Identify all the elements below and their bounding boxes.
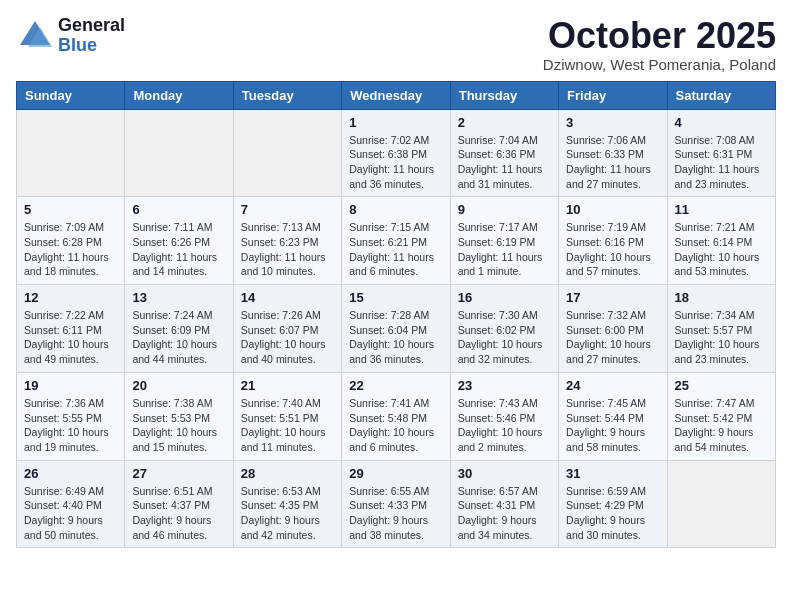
calendar-cell: 13Sunrise: 7:24 AM Sunset: 6:09 PM Dayli… [125, 285, 233, 373]
day-info: Sunrise: 7:22 AM Sunset: 6:11 PM Dayligh… [24, 308, 117, 367]
day-number: 24 [566, 378, 659, 393]
calendar-cell: 7Sunrise: 7:13 AM Sunset: 6:23 PM Daylig… [233, 197, 341, 285]
day-number: 20 [132, 378, 225, 393]
day-number: 14 [241, 290, 334, 305]
calendar-cell: 20Sunrise: 7:38 AM Sunset: 5:53 PM Dayli… [125, 372, 233, 460]
calendar-cell: 30Sunrise: 6:57 AM Sunset: 4:31 PM Dayli… [450, 460, 558, 548]
calendar-cell: 31Sunrise: 6:59 AM Sunset: 4:29 PM Dayli… [559, 460, 667, 548]
calendar-cell: 1Sunrise: 7:02 AM Sunset: 6:38 PM Daylig… [342, 109, 450, 197]
calendar-cell: 9Sunrise: 7:17 AM Sunset: 6:19 PM Daylig… [450, 197, 558, 285]
day-number: 22 [349, 378, 442, 393]
day-info: Sunrise: 7:08 AM Sunset: 6:31 PM Dayligh… [675, 133, 768, 192]
day-number: 12 [24, 290, 117, 305]
calendar-cell: 2Sunrise: 7:04 AM Sunset: 6:36 PM Daylig… [450, 109, 558, 197]
calendar-cell [667, 460, 775, 548]
day-info: Sunrise: 7:21 AM Sunset: 6:14 PM Dayligh… [675, 220, 768, 279]
day-info: Sunrise: 7:45 AM Sunset: 5:44 PM Dayligh… [566, 396, 659, 455]
calendar-cell: 11Sunrise: 7:21 AM Sunset: 6:14 PM Dayli… [667, 197, 775, 285]
calendar-cell: 22Sunrise: 7:41 AM Sunset: 5:48 PM Dayli… [342, 372, 450, 460]
calendar-cell [17, 109, 125, 197]
day-header-friday: Friday [559, 81, 667, 109]
month-title: October 2025 [543, 16, 776, 56]
day-info: Sunrise: 7:04 AM Sunset: 6:36 PM Dayligh… [458, 133, 551, 192]
calendar-cell: 16Sunrise: 7:30 AM Sunset: 6:02 PM Dayli… [450, 285, 558, 373]
calendar-cell: 3Sunrise: 7:06 AM Sunset: 6:33 PM Daylig… [559, 109, 667, 197]
day-info: Sunrise: 7:43 AM Sunset: 5:46 PM Dayligh… [458, 396, 551, 455]
day-info: Sunrise: 7:11 AM Sunset: 6:26 PM Dayligh… [132, 220, 225, 279]
day-info: Sunrise: 7:19 AM Sunset: 6:16 PM Dayligh… [566, 220, 659, 279]
calendar-cell [233, 109, 341, 197]
page-header: General Blue October 2025 Dziwnow, West … [16, 16, 776, 73]
day-number: 11 [675, 202, 768, 217]
calendar-week-row: 1Sunrise: 7:02 AM Sunset: 6:38 PM Daylig… [17, 109, 776, 197]
day-number: 15 [349, 290, 442, 305]
day-info: Sunrise: 7:36 AM Sunset: 5:55 PM Dayligh… [24, 396, 117, 455]
day-info: Sunrise: 7:47 AM Sunset: 5:42 PM Dayligh… [675, 396, 768, 455]
calendar-cell: 24Sunrise: 7:45 AM Sunset: 5:44 PM Dayli… [559, 372, 667, 460]
calendar-cell: 19Sunrise: 7:36 AM Sunset: 5:55 PM Dayli… [17, 372, 125, 460]
day-info: Sunrise: 7:09 AM Sunset: 6:28 PM Dayligh… [24, 220, 117, 279]
day-number: 25 [675, 378, 768, 393]
day-number: 21 [241, 378, 334, 393]
day-number: 27 [132, 466, 225, 481]
calendar-cell: 27Sunrise: 6:51 AM Sunset: 4:37 PM Dayli… [125, 460, 233, 548]
day-info: Sunrise: 6:53 AM Sunset: 4:35 PM Dayligh… [241, 484, 334, 543]
day-info: Sunrise: 7:28 AM Sunset: 6:04 PM Dayligh… [349, 308, 442, 367]
calendar-cell: 6Sunrise: 7:11 AM Sunset: 6:26 PM Daylig… [125, 197, 233, 285]
logo-blue-text: Blue [58, 36, 125, 56]
day-number: 29 [349, 466, 442, 481]
calendar-table: SundayMondayTuesdayWednesdayThursdayFrid… [16, 81, 776, 549]
day-info: Sunrise: 7:30 AM Sunset: 6:02 PM Dayligh… [458, 308, 551, 367]
day-info: Sunrise: 7:13 AM Sunset: 6:23 PM Dayligh… [241, 220, 334, 279]
day-number: 26 [24, 466, 117, 481]
calendar-week-row: 26Sunrise: 6:49 AM Sunset: 4:40 PM Dayli… [17, 460, 776, 548]
calendar-cell: 26Sunrise: 6:49 AM Sunset: 4:40 PM Dayli… [17, 460, 125, 548]
day-info: Sunrise: 7:15 AM Sunset: 6:21 PM Dayligh… [349, 220, 442, 279]
day-info: Sunrise: 7:38 AM Sunset: 5:53 PM Dayligh… [132, 396, 225, 455]
calendar-header-row: SundayMondayTuesdayWednesdayThursdayFrid… [17, 81, 776, 109]
day-info: Sunrise: 7:40 AM Sunset: 5:51 PM Dayligh… [241, 396, 334, 455]
day-number: 13 [132, 290, 225, 305]
calendar-week-row: 19Sunrise: 7:36 AM Sunset: 5:55 PM Dayli… [17, 372, 776, 460]
day-number: 17 [566, 290, 659, 305]
day-info: Sunrise: 7:26 AM Sunset: 6:07 PM Dayligh… [241, 308, 334, 367]
day-number: 9 [458, 202, 551, 217]
day-number: 30 [458, 466, 551, 481]
logo-icon [16, 17, 54, 55]
calendar-cell: 5Sunrise: 7:09 AM Sunset: 6:28 PM Daylig… [17, 197, 125, 285]
calendar-week-row: 5Sunrise: 7:09 AM Sunset: 6:28 PM Daylig… [17, 197, 776, 285]
calendar-cell: 12Sunrise: 7:22 AM Sunset: 6:11 PM Dayli… [17, 285, 125, 373]
day-number: 31 [566, 466, 659, 481]
day-number: 8 [349, 202, 442, 217]
day-number: 18 [675, 290, 768, 305]
day-header-sunday: Sunday [17, 81, 125, 109]
calendar-cell: 23Sunrise: 7:43 AM Sunset: 5:46 PM Dayli… [450, 372, 558, 460]
day-info: Sunrise: 6:59 AM Sunset: 4:29 PM Dayligh… [566, 484, 659, 543]
day-number: 1 [349, 115, 442, 130]
day-info: Sunrise: 7:17 AM Sunset: 6:19 PM Dayligh… [458, 220, 551, 279]
calendar-week-row: 12Sunrise: 7:22 AM Sunset: 6:11 PM Dayli… [17, 285, 776, 373]
location-subtitle: Dziwnow, West Pomerania, Poland [543, 56, 776, 73]
day-info: Sunrise: 6:55 AM Sunset: 4:33 PM Dayligh… [349, 484, 442, 543]
title-block: October 2025 Dziwnow, West Pomerania, Po… [543, 16, 776, 73]
day-header-wednesday: Wednesday [342, 81, 450, 109]
day-number: 7 [241, 202, 334, 217]
day-header-monday: Monday [125, 81, 233, 109]
day-info: Sunrise: 7:32 AM Sunset: 6:00 PM Dayligh… [566, 308, 659, 367]
day-info: Sunrise: 7:06 AM Sunset: 6:33 PM Dayligh… [566, 133, 659, 192]
day-info: Sunrise: 6:51 AM Sunset: 4:37 PM Dayligh… [132, 484, 225, 543]
calendar-cell: 21Sunrise: 7:40 AM Sunset: 5:51 PM Dayli… [233, 372, 341, 460]
day-info: Sunrise: 6:57 AM Sunset: 4:31 PM Dayligh… [458, 484, 551, 543]
day-header-thursday: Thursday [450, 81, 558, 109]
day-number: 5 [24, 202, 117, 217]
calendar-cell [125, 109, 233, 197]
calendar-cell: 25Sunrise: 7:47 AM Sunset: 5:42 PM Dayli… [667, 372, 775, 460]
day-number: 19 [24, 378, 117, 393]
day-number: 4 [675, 115, 768, 130]
day-number: 28 [241, 466, 334, 481]
calendar-cell: 4Sunrise: 7:08 AM Sunset: 6:31 PM Daylig… [667, 109, 775, 197]
calendar-cell: 29Sunrise: 6:55 AM Sunset: 4:33 PM Dayli… [342, 460, 450, 548]
day-number: 3 [566, 115, 659, 130]
calendar-cell: 8Sunrise: 7:15 AM Sunset: 6:21 PM Daylig… [342, 197, 450, 285]
calendar-cell: 17Sunrise: 7:32 AM Sunset: 6:00 PM Dayli… [559, 285, 667, 373]
